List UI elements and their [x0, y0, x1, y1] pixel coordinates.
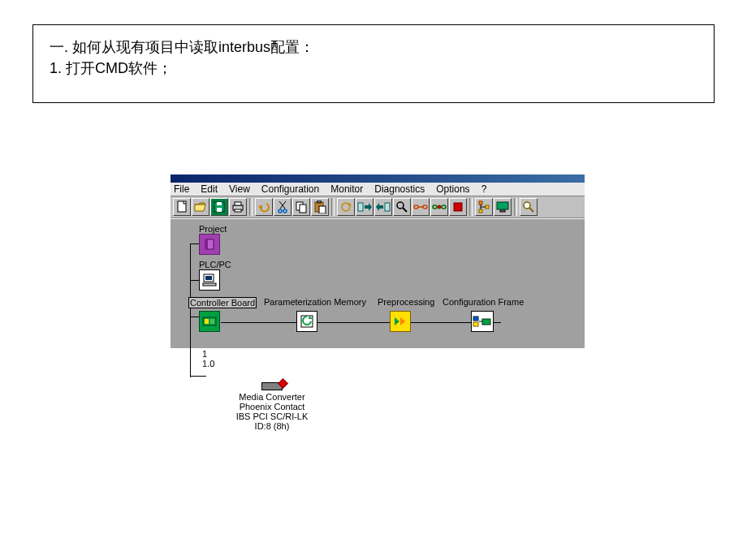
- disconnect-icon[interactable]: [430, 198, 448, 216]
- svg-marker-22: [376, 203, 383, 211]
- svg-point-30: [438, 205, 441, 209]
- print-icon[interactable]: [229, 198, 247, 216]
- plcpc-node-label: PLC/PC: [199, 260, 231, 269]
- svg-rect-38: [500, 210, 505, 212]
- diagram-icon[interactable]: [475, 198, 493, 216]
- plcpc-node-icon[interactable]: [199, 269, 220, 291]
- project-tree-canvas: Project PLC/PC Controller Board Paramete…: [171, 218, 585, 348]
- param-memory-label: Parameterization Memory: [264, 297, 366, 307]
- cut-icon[interactable]: [274, 198, 291, 216]
- device-branch: 1 1.0 Media Converter Phoenix Contact IB…: [171, 345, 374, 431]
- param-memory-icon[interactable]: [296, 311, 317, 332]
- open-icon[interactable]: [192, 198, 209, 216]
- menu-view[interactable]: View: [229, 183, 250, 195]
- svg-rect-37: [497, 202, 508, 209]
- svg-rect-45: [203, 283, 216, 286]
- toolbar: [171, 196, 585, 218]
- preprocessing-label: Preprocessing: [378, 297, 434, 307]
- save-icon[interactable]: [210, 198, 228, 216]
- svg-rect-47: [205, 319, 209, 324]
- svg-rect-55: [482, 319, 490, 325]
- svg-rect-3: [217, 202, 222, 205]
- svg-rect-42: [205, 239, 208, 249]
- instruction-line-2: 1. 打开CMD软件；: [50, 58, 697, 78]
- project-node-icon[interactable]: [199, 234, 220, 255]
- device-id: ID:8 (8h): [171, 421, 374, 431]
- svg-point-39: [524, 202, 530, 209]
- menu-file[interactable]: File: [174, 183, 189, 195]
- svg-rect-13: [300, 205, 306, 213]
- menu-bar: File Edit View Configuration Monitor Dia…: [171, 183, 585, 196]
- device-address: 1.0: [202, 359, 214, 368]
- device-type: IBS PCI SC/RI-LK: [171, 411, 374, 421]
- instruction-box: 一. 如何从现有项目中读取interbus配置： 1. 打开CMD软件；: [32, 24, 715, 103]
- new-icon[interactable]: [173, 198, 191, 216]
- svg-rect-21: [385, 203, 390, 211]
- svg-rect-54: [473, 322, 478, 326]
- svg-rect-19: [358, 203, 363, 211]
- paste-icon[interactable]: [311, 198, 329, 216]
- svg-rect-15: [317, 200, 321, 203]
- menu-options[interactable]: Options: [436, 183, 469, 195]
- device-name: Media Converter: [171, 392, 374, 402]
- svg-rect-48: [210, 319, 214, 324]
- svg-rect-44: [205, 276, 212, 280]
- media-converter-icon[interactable]: [261, 382, 283, 390]
- cmd-app-window: File Edit View Configuration Monitor Dia…: [171, 174, 585, 348]
- device-number: 1: [202, 349, 207, 359]
- refresh-icon[interactable]: [337, 198, 355, 216]
- menu-diagnostics[interactable]: Diagnostics: [374, 183, 425, 195]
- svg-rect-33: [479, 209, 482, 213]
- svg-rect-31: [454, 203, 462, 211]
- copy-icon[interactable]: [292, 198, 310, 216]
- svg-rect-34: [486, 205, 489, 209]
- window-titlebar: [171, 174, 585, 183]
- menu-monitor[interactable]: Monitor: [330, 183, 363, 195]
- svg-rect-5: [235, 202, 241, 205]
- svg-rect-0: [178, 201, 186, 212]
- svg-line-9: [280, 201, 286, 209]
- svg-rect-6: [235, 209, 241, 212]
- menu-configuration[interactable]: Configuration: [261, 183, 319, 195]
- config-frame-label: Configuration Frame: [443, 297, 524, 307]
- svg-marker-51: [395, 317, 399, 325]
- controller-board-node-label[interactable]: Controller Board: [188, 297, 257, 308]
- find-icon[interactable]: [393, 198, 411, 216]
- link-icon[interactable]: [412, 198, 430, 216]
- stop-icon[interactable]: [449, 198, 467, 216]
- svg-rect-29: [442, 205, 446, 209]
- svg-rect-53: [473, 317, 478, 321]
- config-frame-icon[interactable]: [471, 311, 494, 332]
- zoom-icon[interactable]: [520, 198, 538, 216]
- menu-edit[interactable]: Edit: [201, 183, 218, 195]
- menu-help[interactable]: ?: [481, 183, 487, 195]
- monitor-icon[interactable]: [494, 198, 512, 216]
- svg-point-23: [397, 202, 404, 209]
- svg-point-11: [283, 209, 287, 213]
- svg-line-40: [529, 208, 533, 212]
- project-node-label: Project: [199, 224, 227, 234]
- svg-marker-20: [365, 203, 372, 211]
- export-left-icon[interactable]: [374, 198, 392, 216]
- svg-line-8: [279, 201, 285, 209]
- instruction-line-1: 一. 如何从现有项目中读取interbus配置：: [50, 37, 697, 57]
- svg-point-10: [279, 209, 282, 213]
- device-vendor: Phoenix Contact: [171, 402, 374, 411]
- preprocessing-icon[interactable]: [390, 311, 411, 332]
- export-right-icon[interactable]: [356, 198, 374, 216]
- svg-line-24: [403, 208, 407, 212]
- svg-rect-32: [479, 201, 482, 205]
- svg-rect-2: [217, 208, 222, 212]
- undo-icon[interactable]: [255, 198, 273, 216]
- svg-rect-28: [433, 205, 437, 209]
- svg-marker-52: [400, 317, 405, 325]
- svg-rect-16: [319, 206, 326, 213]
- controller-board-node-icon[interactable]: [199, 311, 220, 332]
